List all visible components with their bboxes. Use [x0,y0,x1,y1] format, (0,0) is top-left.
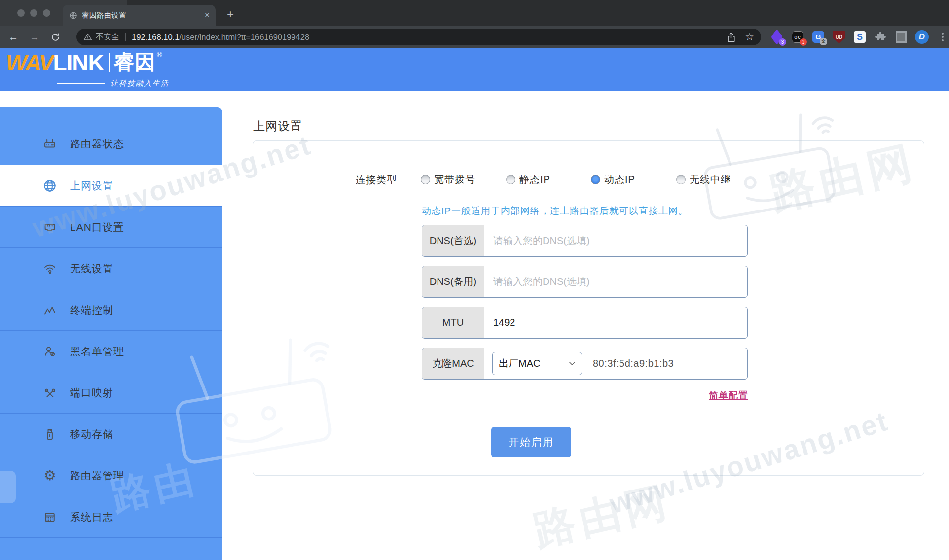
sidebar-end-divider [0,537,222,560]
apply-button[interactable]: 开始启用 [491,427,571,457]
sidebar-item-label: 黑名单管理 [70,345,124,358]
brand-banner: WAV LINK 睿因 ® 让科技融入生活 [0,48,949,91]
sidebar-item-router-status[interactable]: 路由器状态 [0,123,222,165]
tab-title: 睿因路由设置 [82,11,200,20]
browser-tab[interactable]: 睿因路由设置 × [63,5,216,26]
gear-icon: ⚙ [42,468,57,483]
mac-source-select[interactable]: 出厂MAC [492,352,582,375]
profile-avatar[interactable]: D [914,30,929,44]
browser-toolbar: ← → 不安全 192.168.10.1 /user/index.html?tt… [0,26,949,48]
registered-mark: ® [157,50,162,59]
extension-proxy-icon[interactable]: oc 1 [790,30,805,44]
zoom-window-button[interactable] [43,9,50,17]
sidebar-item-blacklist-management[interactable]: 黑名单管理 [0,330,222,372]
extensions-area: 3 oc 1 G UD S D [769,30,949,44]
clone-mac-row: 克隆MAC 出厂MAC 80:3f:5d:a9:b1:b3 [422,348,748,380]
radio-wireless-repeater[interactable]: 无线中继 [676,173,731,186]
translate-icon[interactable]: G [811,30,826,44]
share-icon[interactable] [727,32,736,42]
radio-icon [591,175,600,184]
extension-s-icon[interactable]: S [852,30,867,44]
logo-wav: WAV [6,51,53,74]
extension-badge: 3 [779,38,786,46]
chrome-menu-icon[interactable] [935,30,949,44]
wifi-icon [42,261,57,276]
sidebar-item-label: 终端控制 [70,303,113,317]
ublock-shield-icon[interactable]: UD [832,30,846,44]
reload-button[interactable] [48,30,63,44]
sidebar-item-lan-settings[interactable]: LAN口设置 [0,206,222,247]
security-label: 不安全 [96,32,119,42]
mtu-row: MTU [422,307,748,339]
mac-source-value: 出厂MAC [499,357,540,370]
tab-favicon-globe-icon [69,11,77,20]
logo-chinese: 睿因 [114,51,155,73]
sidebar-item-label: 移动存储 [70,427,113,441]
globe-icon [42,178,57,193]
mtu-input[interactable] [484,307,747,338]
close-window-button[interactable] [17,9,25,17]
radio-icon [421,175,430,184]
chevron-down-icon [569,361,576,366]
sidebar-item-router-management[interactable]: ⚙ 路由器管理 [0,455,222,496]
log-icon [42,510,57,525]
sidebar-item-terminal-control[interactable]: 终端控制 [0,289,222,330]
sidebar-item-label: 无线设置 [70,262,113,276]
tab-strip: 睿因路由设置 × + [0,0,949,26]
sidebar-item-label: 路由器管理 [70,469,124,483]
url-host: 192.168.10.1 [132,33,179,42]
page-title: 上网设置 [253,118,302,134]
lan-port-icon [42,220,57,235]
new-tab-button[interactable]: + [223,7,238,22]
dns-primary-row: DNS(首选) [422,225,748,257]
sidebar-item-system-log[interactable]: 系统日志 [0,496,222,537]
router-icon [42,137,57,151]
sidebar-item-label: 端口映射 [70,386,113,400]
sidebar-item-label: 系统日志 [70,510,113,524]
connection-type-label: 连接类型 [348,174,397,187]
dns-secondary-input[interactable] [484,266,747,297]
radio-static-ip[interactable]: 静态IP [506,173,550,186]
warning-icon [83,33,92,41]
dns-primary-label: DNS(首选) [422,225,484,256]
sidebar-item-label: 路由器状态 [70,137,124,151]
chart-icon [42,303,57,317]
extension-badge: 1 [800,38,807,46]
user-block-icon [42,344,57,359]
radio-icon [676,175,686,184]
extension-cube-icon[interactable]: 3 [769,30,784,44]
brand-tagline: 让科技融入生活 [57,79,169,88]
sidebar-item-label: LAN口设置 [70,220,124,234]
tools-icon [42,385,57,400]
tagline-dash [57,83,105,84]
tab-close-icon[interactable]: × [205,10,210,20]
sidebar-item-mobile-storage[interactable]: 移动存储 [0,413,222,455]
sidebar-item-port-mapping[interactable]: 端口映射 [0,372,222,413]
dns-primary-input[interactable] [484,225,747,256]
dns-secondary-row: DNS(备用) [422,266,748,298]
sidebar-toggle-icon[interactable] [894,30,909,44]
mac-address-value: 80:3f:5d:a9:b1:b3 [593,358,674,369]
sidebar-item-internet-settings[interactable]: 上网设置 [0,165,222,206]
dns-secondary-label: DNS(备用) [422,266,484,297]
sidebar-nav: 路由器状态 上网设置 LAN口设置 无线设置 终端控制 [0,107,222,560]
back-button[interactable]: ← [6,30,21,44]
address-bar[interactable]: 不安全 192.168.10.1 /user/index.html?tt=166… [76,29,761,45]
radio-dynamic-ip[interactable]: 动态IP [591,173,635,186]
watermark-brand-text: 路由网 [528,473,676,560]
browser-window: 睿因路由设置 × + ← → 不安全 192.168.10.1 /user/in… [0,0,949,560]
extensions-puzzle-icon[interactable] [873,30,888,44]
dynamic-ip-hint: 动态IP一般适用于内部网络，连上路由器后就可以直接上网。 [422,205,688,217]
easy-config-link[interactable]: 简单配置 [709,389,748,402]
sidebar-item-label: 上网设置 [70,179,113,193]
wavlink-logo: WAV LINK 睿因 ® [6,51,162,74]
forward-button[interactable]: → [27,30,42,44]
logo-link: LINK [53,51,104,74]
radio-pppoe[interactable]: 宽带拨号 [421,173,475,186]
mtu-label: MTU [422,307,484,338]
minimize-window-button[interactable] [30,9,37,17]
bookmark-star-icon[interactable]: ☆ [745,31,754,43]
address-divider [125,33,126,41]
radio-icon [506,175,515,184]
sidebar-item-wireless-settings[interactable]: 无线设置 [0,247,222,289]
